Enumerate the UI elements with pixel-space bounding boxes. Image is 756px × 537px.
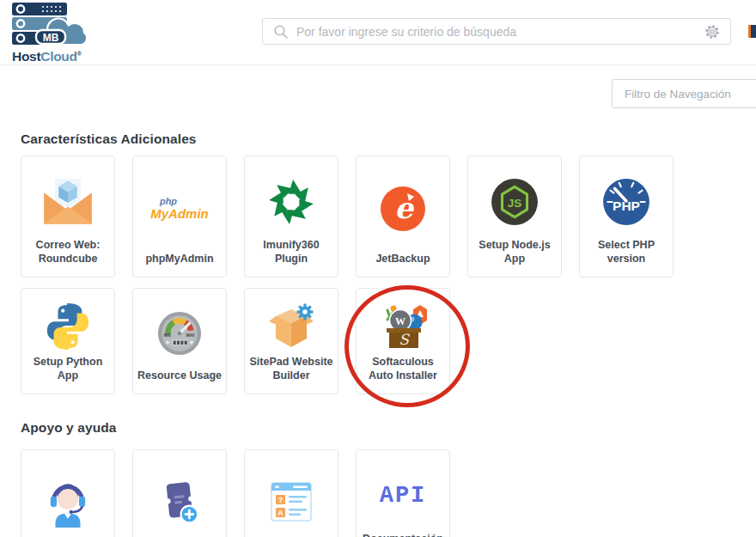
tile-label: JetBackup [375, 252, 430, 265]
section-title-support: Apoyo y ayuda [21, 420, 117, 436]
svg-text:W: W [395, 314, 405, 326]
tile-setup-python[interactable]: Setup Python App [21, 288, 115, 394]
tile-imunify360[interactable]: Imunify360 Plugin [244, 156, 338, 278]
svg-text:S: S [399, 331, 410, 348]
hostcloud-logo-icon: MB [9, 2, 98, 50]
tile-ayuda[interactable]: Ayuda [21, 449, 115, 537]
tile-softaculous[interactable]: W S Softaculous Auto Installer [356, 288, 450, 394]
support-agent-icon [26, 459, 110, 537]
tile-select-php-version[interactable]: PHP Select PHP version [579, 156, 674, 278]
tile-label: SitePad Website Builder [249, 355, 333, 382]
tile-label: Imunify360 Plugin [249, 238, 333, 265]
svg-text:MAX: MAX [186, 333, 195, 338]
php-gauge-icon: PHP [584, 165, 668, 238]
section-title-features: Características Adicionales [21, 131, 197, 147]
search-input[interactable] [296, 25, 703, 39]
svg-text:MIN: MIN [164, 333, 171, 338]
header: MB HostCloud® [0, 0, 756, 65]
tile-label: Resource Usage [137, 369, 222, 382]
tile-label: Documentación Actualizada de [361, 532, 445, 537]
search-icon [273, 24, 289, 40]
features-row-2: Setup Python App MIN MAX [21, 288, 450, 394]
tile-jetbackup[interactable]: e JetBackup [356, 156, 450, 278]
svg-text:JS: JS [508, 196, 521, 209]
phpmyadmin-icon: php MyAdmin [137, 165, 222, 252]
jetbackup-icon: e [361, 165, 445, 252]
svg-text:?: ? [278, 495, 284, 503]
roundcube-icon [26, 165, 110, 238]
svg-text:MB: MB [43, 32, 59, 44]
tile-roundcube[interactable]: Correo Web: Roundcube [21, 156, 115, 278]
resource-usage-gauge-icon: MIN MAX [137, 297, 222, 369]
tile-label: phpMyAdmin [145, 252, 213, 265]
gear-icon [704, 23, 721, 40]
python-icon [26, 297, 110, 355]
features-row-1: Correo Web: Roundcube php MyAdmin phpMyA… [21, 156, 674, 278]
imunify360-icon [249, 165, 333, 238]
partial-header-icon[interactable] [748, 25, 756, 38]
sitepad-icon [249, 297, 333, 355]
faq-browser-icon: ? A [249, 459, 333, 537]
search-settings-button[interactable] [703, 22, 722, 41]
tile-label: Correo Web: Roundcube [26, 238, 110, 265]
tile-centro-ayuda[interactable]: ? A Centro de [244, 449, 338, 537]
tile-label: Softaculous Auto Installer [361, 355, 445, 382]
softaculous-icon: W S [361, 297, 445, 355]
tile-crear-ticket[interactable]: Crear Ticket [132, 449, 227, 537]
nodejs-icon: JS [472, 165, 557, 238]
tile-api-docs[interactable]: API Documentación Actualizada de [356, 449, 450, 537]
hostcloud-logo-text: HostCloud® [12, 49, 82, 64]
svg-text:A: A [277, 508, 284, 516]
tile-resource-usage[interactable]: MIN MAX Resource Usage [132, 288, 227, 394]
hostcloud-logo[interactable]: MB HostCloud® [9, 2, 98, 64]
tile-setup-nodejs[interactable]: JS Setup Node.js App [467, 156, 562, 278]
tile-label: Setup Node.js App [472, 238, 557, 265]
support-row: Ayuda Crear Ticket [21, 449, 450, 537]
ticket-plus-icon [137, 459, 222, 537]
navigation-filter-input[interactable] [612, 79, 756, 108]
tile-phpmyadmin[interactable]: php MyAdmin phpMyAdmin [132, 156, 227, 278]
svg-text:PHP: PHP [613, 198, 640, 213]
tile-label: Select PHP version [584, 238, 668, 265]
search-bar [262, 18, 731, 45]
api-icon: API [361, 459, 445, 532]
tile-label: Setup Python App [26, 355, 110, 382]
tile-sitepad[interactable]: SitePad Website Builder [244, 288, 338, 394]
